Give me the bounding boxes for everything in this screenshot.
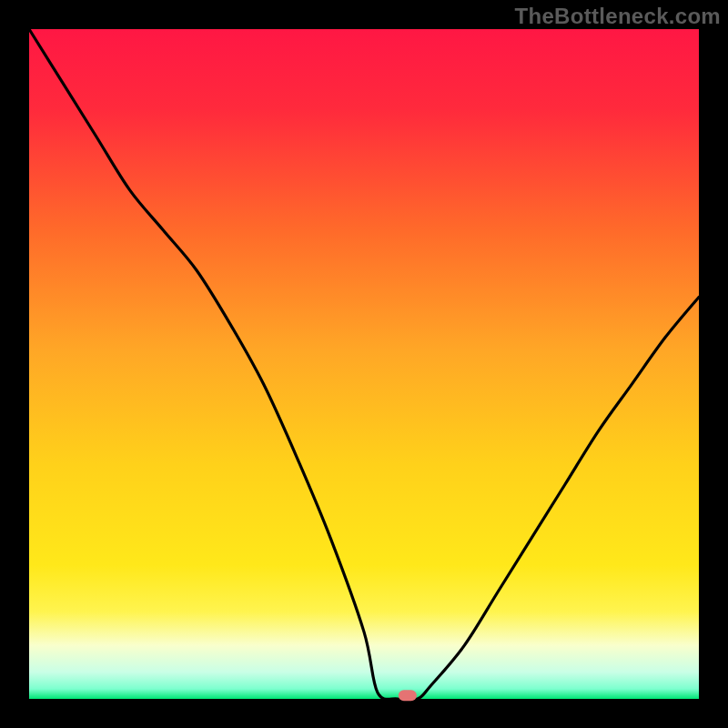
plot-background <box>29 29 699 699</box>
bottleneck-chart: TheBottleneck.com <box>0 0 728 728</box>
watermark-text: TheBottleneck.com <box>515 4 721 29</box>
optimum-marker <box>399 690 417 701</box>
chart-svg <box>0 0 728 728</box>
